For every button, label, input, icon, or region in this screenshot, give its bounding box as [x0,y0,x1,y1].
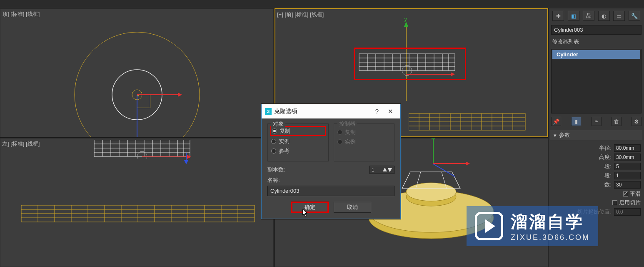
controller-group: 控制器 复制 实例 [334,123,395,161]
ctrl-copy-label: 复制 [345,128,356,136]
watermark: 溜溜自学 ZIXUE.3D66.COM [467,206,598,246]
svg-point-70 [406,183,456,201]
svg-line-72 [452,172,460,189]
ctrl-instance-radio-row: 实例 [337,138,391,146]
axis-label-y: y [404,17,407,22]
rollout-title: 参数 [559,131,570,139]
create-tab-icon[interactable]: ✚ [552,11,564,21]
slice-from-spinner[interactable]: 0.0 [614,208,641,216]
svg-point-49 [137,151,147,159]
object-group-title: 对象 [271,120,285,128]
watermark-url: ZIXUE.3D66.COM [511,233,590,242]
app-icon: 3 [265,108,272,115]
object-name-field[interactable] [551,25,642,35]
copy-radio-label: 复制 [280,127,290,135]
ctrl-instance-label: 实例 [345,138,356,146]
viewport-label[interactable]: [+] [前] [标准] [线框] [277,11,324,18]
copy-radio[interactable] [272,128,277,134]
viewport-top[interactable]: 顶] [标准] [线框] ▲ [0,8,274,137]
svg-line-71 [402,172,410,189]
highlight-box [354,48,466,80]
make-unique-icon[interactable]: ⚭ [592,117,602,126]
ctrl-copy-radio [337,130,342,135]
reference-radio-row[interactable]: 参考 [271,147,325,155]
slice-checkbox[interactable] [612,200,617,205]
hseg-spinner[interactable]: 5 [614,163,641,170]
configure-sets-icon[interactable]: ⚙ [632,117,642,126]
viewport-label[interactable]: 左] [标准] [线框] [2,140,40,148]
name-input[interactable] [267,186,394,196]
object-group: 对象 复制 实例 参考 [267,123,329,161]
name-label: 名称: [267,176,297,184]
height-label: 高度: [599,154,612,161]
slice-label: 启用切片 [619,199,641,207]
watermark-title: 溜溜自学 [511,210,584,233]
smooth-label: 平滑 [630,190,641,198]
display-tab-icon[interactable]: ▭ [613,11,625,21]
sides-spinner[interactable]: 30 [614,181,641,189]
cancel-button-label: 取消 [347,204,358,211]
rollout-header[interactable]: ▾参数 [550,130,642,140]
show-end-result-icon[interactable]: ▮ [571,117,581,126]
ctrl-copy-radio-row: 复制 [337,128,391,136]
viewport-label[interactable]: 顶] [标准] [线框] [2,10,40,18]
controller-group-title: 控制器 [337,120,357,128]
play-icon [475,212,503,240]
pin-stack-icon[interactable]: 📌 [551,117,561,126]
ok-button-label: 确定 [305,204,315,211]
viewport-left[interactable]: 左] [标准] [线框] [0,138,274,267]
help-button[interactable]: ? [370,108,384,115]
modify-tab-icon[interactable]: ◧ [568,11,579,21]
cseg-spinner[interactable]: 1 [614,172,641,179]
height-spinner[interactable]: 30.0mm [614,154,641,161]
radius-spinner[interactable]: 80.0mm [614,144,641,152]
modifier-item[interactable]: Cylinder [552,50,640,59]
reference-radio-label: 参考 [279,147,290,155]
copies-spinner[interactable]: 1⯅⯆ [369,166,394,174]
clone-options-dialog: 3 克隆选项 ? ✕ 对象 复制 实例 参考 [261,104,401,219]
cancel-button[interactable]: 取消 [334,202,371,213]
ctrl-instance-radio [337,139,342,144]
hierarchy-tab-icon[interactable]: 品 [583,11,594,21]
hseg-label: 段: [604,163,612,170]
modifier-stack[interactable]: Cylinder [551,49,642,113]
dialog-title: 克隆选项 [274,108,297,115]
copies-label: 副本数: [267,166,297,174]
sides-label: 数: [604,181,612,189]
panel-tabs: ✚ ◧ 品 ◐ ▭ 🔧 [549,8,644,23]
radius-label: 半径: [599,144,612,152]
reference-radio[interactable] [271,149,276,154]
remove-modifier-icon[interactable]: 🗑 [612,117,622,126]
cseg-label: 段: [604,172,612,179]
smooth-checkbox[interactable] [623,191,628,196]
utilities-tab-icon[interactable]: 🔧 [629,11,640,21]
motion-tab-icon[interactable]: ◐ [598,11,610,21]
instance-radio-row[interactable]: 实例 [271,138,325,145]
app-topbar [0,0,644,8]
instance-radio-label: 实例 [279,138,290,145]
stack-tools: 📌 ▮ ⚭ 🗑 ⚙ [549,115,644,128]
copies-value: 1 [372,167,374,173]
ok-button[interactable]: 确定 [291,202,329,213]
close-button[interactable]: ✕ [384,108,397,115]
modifier-list-label[interactable]: 修改器列表 [552,38,641,45]
instance-radio[interactable] [271,139,276,144]
dialog-titlebar[interactable]: 3 克隆选项 ? ✕ [262,104,400,118]
